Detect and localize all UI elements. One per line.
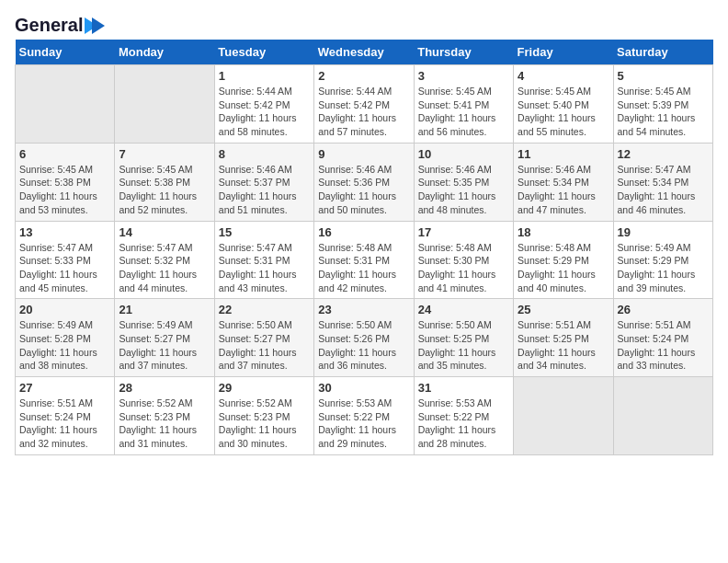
day-info: Sunrise: 5:49 AMSunset: 5:27 PMDaylight:… [119, 318, 210, 373]
day-info: Sunrise: 5:52 AMSunset: 5:23 PMDaylight:… [219, 396, 310, 451]
calendar-row-5: 27Sunrise: 5:51 AMSunset: 5:24 PMDayligh… [16, 377, 713, 455]
calendar-cell: 9Sunrise: 5:46 AMSunset: 5:36 PMDaylight… [314, 143, 414, 221]
col-header-saturday: Saturday [613, 40, 712, 65]
day-info: Sunrise: 5:44 AMSunset: 5:42 PMDaylight:… [318, 85, 409, 139]
day-number: 27 [19, 381, 110, 395]
calendar-row-1: 1Sunrise: 5:44 AMSunset: 5:42 PMDaylight… [16, 65, 713, 144]
day-number: 18 [518, 225, 609, 239]
calendar-cell [115, 65, 214, 144]
day-number: 19 [618, 225, 709, 239]
day-info: Sunrise: 5:45 AMSunset: 5:38 PMDaylight:… [19, 163, 110, 217]
day-info: Sunrise: 5:45 AMSunset: 5:39 PMDaylight:… [618, 85, 709, 139]
calendar-cell: 3Sunrise: 5:45 AMSunset: 5:41 PMDaylight… [414, 65, 513, 144]
day-number: 7 [119, 147, 210, 161]
calendar-cell: 6Sunrise: 5:45 AMSunset: 5:38 PMDaylight… [16, 143, 115, 221]
calendar-cell [16, 65, 115, 144]
day-info: Sunrise: 5:48 AMSunset: 5:30 PMDaylight:… [418, 241, 509, 295]
day-number: 26 [618, 303, 709, 316]
calendar-cell: 14Sunrise: 5:47 AMSunset: 5:32 PMDayligh… [115, 221, 214, 299]
day-number: 24 [418, 303, 509, 316]
col-header-monday: Monday [115, 40, 214, 65]
day-info: Sunrise: 5:53 AMSunset: 5:22 PMDaylight:… [418, 396, 509, 451]
day-info: Sunrise: 5:46 AMSunset: 5:37 PMDaylight:… [219, 163, 310, 217]
day-number: 9 [318, 147, 409, 161]
calendar-cell: 13Sunrise: 5:47 AMSunset: 5:33 PMDayligh… [16, 221, 115, 299]
day-number: 3 [418, 69, 509, 83]
day-number: 1 [219, 69, 310, 83]
svg-marker-1 [92, 17, 105, 34]
col-header-tuesday: Tuesday [214, 40, 313, 65]
page-header: General [15, 15, 713, 32]
day-info: Sunrise: 5:49 AMSunset: 5:28 PMDaylight:… [19, 318, 110, 373]
calendar-cell: 31Sunrise: 5:53 AMSunset: 5:22 PMDayligh… [414, 377, 513, 455]
day-info: Sunrise: 5:50 AMSunset: 5:27 PMDaylight:… [219, 318, 310, 373]
calendar-cell: 20Sunrise: 5:49 AMSunset: 5:28 PMDayligh… [16, 299, 115, 377]
day-number: 10 [418, 147, 509, 161]
day-info: Sunrise: 5:51 AMSunset: 5:25 PMDaylight:… [518, 318, 609, 373]
day-info: Sunrise: 5:44 AMSunset: 5:42 PMDaylight:… [219, 85, 310, 139]
day-info: Sunrise: 5:45 AMSunset: 5:41 PMDaylight:… [418, 85, 509, 139]
day-info: Sunrise: 5:47 AMSunset: 5:32 PMDaylight:… [119, 241, 210, 295]
calendar-cell: 16Sunrise: 5:48 AMSunset: 5:31 PMDayligh… [314, 221, 414, 299]
day-info: Sunrise: 5:46 AMSunset: 5:34 PMDaylight:… [518, 163, 609, 217]
day-info: Sunrise: 5:51 AMSunset: 5:24 PMDaylight:… [19, 396, 110, 451]
day-info: Sunrise: 5:52 AMSunset: 5:23 PMDaylight:… [119, 396, 210, 451]
day-number: 30 [318, 381, 409, 395]
day-number: 5 [618, 69, 709, 83]
day-number: 13 [19, 225, 110, 239]
day-info: Sunrise: 5:51 AMSunset: 5:24 PMDaylight:… [618, 318, 709, 373]
calendar-cell: 27Sunrise: 5:51 AMSunset: 5:24 PMDayligh… [16, 377, 115, 455]
day-number: 8 [219, 147, 310, 161]
calendar-cell: 12Sunrise: 5:47 AMSunset: 5:34 PMDayligh… [613, 143, 712, 221]
calendar-cell: 19Sunrise: 5:49 AMSunset: 5:29 PMDayligh… [613, 221, 712, 299]
day-info: Sunrise: 5:50 AMSunset: 5:25 PMDaylight:… [418, 318, 509, 373]
day-number: 21 [119, 303, 210, 316]
col-header-sunday: Sunday [16, 40, 115, 65]
calendar-cell: 18Sunrise: 5:48 AMSunset: 5:29 PMDayligh… [514, 221, 613, 299]
calendar-cell: 11Sunrise: 5:46 AMSunset: 5:34 PMDayligh… [514, 143, 613, 221]
calendar-table: SundayMondayTuesdayWednesdayThursdayFrid… [15, 40, 713, 455]
day-number: 29 [219, 381, 310, 395]
day-info: Sunrise: 5:48 AMSunset: 5:29 PMDaylight:… [518, 241, 609, 295]
calendar-cell: 23Sunrise: 5:50 AMSunset: 5:26 PMDayligh… [314, 299, 414, 377]
calendar-cell: 26Sunrise: 5:51 AMSunset: 5:24 PMDayligh… [613, 299, 712, 377]
calendar-cell: 24Sunrise: 5:50 AMSunset: 5:25 PMDayligh… [414, 299, 513, 377]
calendar-cell: 10Sunrise: 5:46 AMSunset: 5:35 PMDayligh… [414, 143, 513, 221]
day-number: 17 [418, 225, 509, 239]
calendar-cell: 2Sunrise: 5:44 AMSunset: 5:42 PMDaylight… [314, 65, 414, 144]
day-info: Sunrise: 5:48 AMSunset: 5:31 PMDaylight:… [318, 241, 409, 295]
calendar-cell [514, 377, 613, 455]
logo-arrow-icon [85, 17, 105, 34]
calendar-cell: 7Sunrise: 5:45 AMSunset: 5:38 PMDaylight… [115, 143, 214, 221]
calendar-cell: 29Sunrise: 5:52 AMSunset: 5:23 PMDayligh… [214, 377, 313, 455]
calendar-cell [613, 377, 712, 455]
calendar-row-3: 13Sunrise: 5:47 AMSunset: 5:33 PMDayligh… [16, 221, 713, 299]
day-number: 6 [19, 147, 110, 161]
calendar-cell: 15Sunrise: 5:47 AMSunset: 5:31 PMDayligh… [214, 221, 313, 299]
day-number: 31 [418, 381, 509, 395]
day-number: 16 [318, 225, 409, 239]
day-info: Sunrise: 5:50 AMSunset: 5:26 PMDaylight:… [318, 318, 409, 373]
day-number: 14 [119, 225, 210, 239]
day-info: Sunrise: 5:46 AMSunset: 5:36 PMDaylight:… [318, 163, 409, 217]
day-number: 12 [618, 147, 709, 161]
day-number: 2 [318, 69, 409, 83]
calendar-cell: 25Sunrise: 5:51 AMSunset: 5:25 PMDayligh… [514, 299, 613, 377]
calendar-cell: 30Sunrise: 5:53 AMSunset: 5:22 PMDayligh… [314, 377, 414, 455]
logo: General [15, 15, 105, 32]
calendar-cell: 5Sunrise: 5:45 AMSunset: 5:39 PMDaylight… [613, 65, 712, 144]
col-header-wednesday: Wednesday [314, 40, 414, 65]
day-number: 22 [219, 303, 310, 316]
calendar-cell: 21Sunrise: 5:49 AMSunset: 5:27 PMDayligh… [115, 299, 214, 377]
calendar-cell: 28Sunrise: 5:52 AMSunset: 5:23 PMDayligh… [115, 377, 214, 455]
calendar-cell: 1Sunrise: 5:44 AMSunset: 5:42 PMDaylight… [214, 65, 313, 144]
day-info: Sunrise: 5:47 AMSunset: 5:34 PMDaylight:… [618, 163, 709, 217]
day-info: Sunrise: 5:45 AMSunset: 5:40 PMDaylight:… [518, 85, 609, 139]
calendar-cell: 4Sunrise: 5:45 AMSunset: 5:40 PMDaylight… [514, 65, 613, 144]
calendar-cell: 22Sunrise: 5:50 AMSunset: 5:27 PMDayligh… [214, 299, 313, 377]
day-info: Sunrise: 5:53 AMSunset: 5:22 PMDaylight:… [318, 396, 409, 451]
day-info: Sunrise: 5:46 AMSunset: 5:35 PMDaylight:… [418, 163, 509, 217]
calendar-cell: 17Sunrise: 5:48 AMSunset: 5:30 PMDayligh… [414, 221, 513, 299]
day-info: Sunrise: 5:47 AMSunset: 5:33 PMDaylight:… [19, 241, 110, 295]
day-number: 15 [219, 225, 310, 239]
